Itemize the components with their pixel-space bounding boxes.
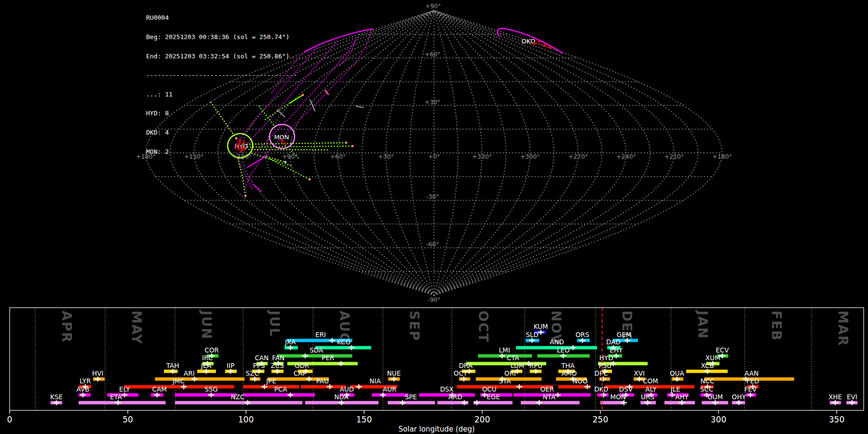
radiant-map-page: RU0004 Beg: 20251203 00:38:36 (sol = 250…: [0, 0, 868, 434]
shower-label: NOO: [572, 377, 587, 385]
shower-label: SCC: [700, 385, 713, 393]
shower-label: HYD: [599, 354, 613, 362]
shower-IIP: IIP: [225, 362, 237, 374]
shower-bar: [388, 401, 435, 405]
month-label: JAN: [695, 310, 710, 339]
shower-XCB: XCB: [686, 362, 728, 374]
shower-label: IRC: [202, 354, 213, 362]
shower-label: PER: [322, 354, 334, 362]
shower-ZCS: ZCS: [271, 362, 284, 374]
shower-label: KSE: [50, 393, 63, 401]
shower-label: AUD: [339, 385, 354, 393]
month-label: SEP: [407, 311, 422, 341]
shower-label: PPS: [253, 362, 265, 369]
month-label: MAR: [836, 311, 851, 347]
x-tick-label: 150: [356, 415, 372, 424]
shower-label: PSU: [599, 362, 612, 369]
month-label: JUN: [199, 310, 214, 340]
shower-label: ELY: [119, 385, 130, 393]
shower-HVI: HVI: [92, 369, 105, 381]
shower-label: EGE: [487, 393, 500, 401]
shower-label: CAM: [152, 385, 167, 393]
shower-label: ZCS: [271, 362, 284, 369]
shower-label: QUA: [670, 369, 685, 377]
shower-label: XHE: [828, 393, 842, 401]
shower-label: NIA: [369, 377, 381, 385]
shower-label: DSV: [619, 385, 633, 393]
shower-RPU: RPU: [529, 362, 542, 374]
shower-label: PAU: [316, 377, 329, 385]
shower-label: HVI: [92, 369, 103, 377]
shower-label: JEA: [201, 362, 212, 369]
shower-OHY: OHY: [732, 393, 746, 405]
x-tick-label: 300: [711, 415, 726, 424]
shower-label: SZC: [246, 369, 259, 377]
shower-label: IIP: [227, 362, 234, 369]
shower-label: AND: [550, 338, 564, 346]
shower-label: FEV: [744, 385, 757, 393]
shower-label: LMI: [499, 346, 510, 354]
shower-label: CAP: [294, 369, 307, 377]
shower-label: ERI: [315, 331, 326, 339]
shower-label: THA: [561, 362, 575, 369]
shower-bar: [457, 385, 553, 389]
shower-bar: [244, 393, 315, 397]
shower-AVB: AVB: [76, 385, 91, 397]
shower-label: ARD: [448, 393, 462, 401]
shower-bars: KUMERISLDORSGEMJXAKCGANDDADCORSDALMILEOE…: [50, 323, 857, 405]
shower-label: FED: [746, 377, 760, 385]
shower-label: STA: [499, 377, 512, 385]
shower-KSE: KSE: [50, 393, 63, 405]
shower-label: ETA: [110, 393, 122, 401]
shower-bar: [419, 393, 475, 397]
shower-label: DKD: [594, 385, 609, 393]
shower-label: OHY: [732, 393, 746, 401]
shower-label: GDR: [295, 362, 309, 369]
shower-label: XUM: [705, 354, 720, 362]
shower-label: XCB: [701, 362, 714, 369]
shower-QUA: QUA: [670, 369, 685, 381]
month-label: JUL: [267, 310, 282, 337]
shower-bar: [175, 393, 236, 397]
shower-label: NCC: [700, 377, 714, 385]
shower-NDA: NDA: [305, 393, 379, 405]
month-label: FEB: [769, 311, 784, 341]
shower-label: NDA: [334, 393, 349, 401]
shower-label: ORI: [504, 369, 516, 377]
x-tick-label: 100: [238, 415, 254, 424]
shower-label: RPU: [529, 362, 542, 369]
shower-bar: [155, 378, 244, 381]
shower-label: LUM: [511, 362, 524, 369]
x-tick-label: 0: [7, 415, 13, 424]
shower-SLD: SLD: [526, 331, 539, 343]
shower-NUE: NUE: [387, 369, 401, 381]
shower-bar: [315, 346, 371, 350]
shower-label: OCU: [482, 385, 497, 393]
shower-label: NZC: [231, 393, 244, 401]
month-label: APR: [59, 311, 74, 343]
shower-label: NTA: [542, 393, 556, 401]
shower-bar: [175, 401, 302, 405]
shower-label: AAN: [745, 369, 759, 377]
x-axis: 050100150200250300350Solar longitude (de…: [7, 410, 845, 434]
shower-SZC: SZC: [246, 369, 260, 381]
shower-label: ARI: [184, 369, 195, 377]
shower-DKD: DKD: [594, 385, 609, 397]
shower-label: LYR: [80, 377, 91, 385]
shower-label: JMC: [172, 377, 185, 385]
shower-label: FAN: [272, 354, 285, 362]
shower-ORS: ORS: [575, 331, 589, 343]
shower-bar: [521, 401, 580, 405]
shower-label: SDA: [310, 346, 324, 354]
shower-label: KUM: [534, 323, 548, 330]
x-tick-label: 350: [829, 415, 844, 424]
shower-label: URS: [641, 393, 654, 401]
shower-label: SLD: [526, 331, 539, 339]
shower-label: LEO: [557, 346, 570, 354]
shower-label: EVI: [847, 393, 857, 401]
shower-bar: [243, 385, 299, 389]
month-label: OCT: [476, 311, 491, 343]
shower-label: AUR: [383, 385, 397, 393]
shower-label: JXA: [285, 338, 296, 346]
shower-bar: [277, 354, 352, 358]
